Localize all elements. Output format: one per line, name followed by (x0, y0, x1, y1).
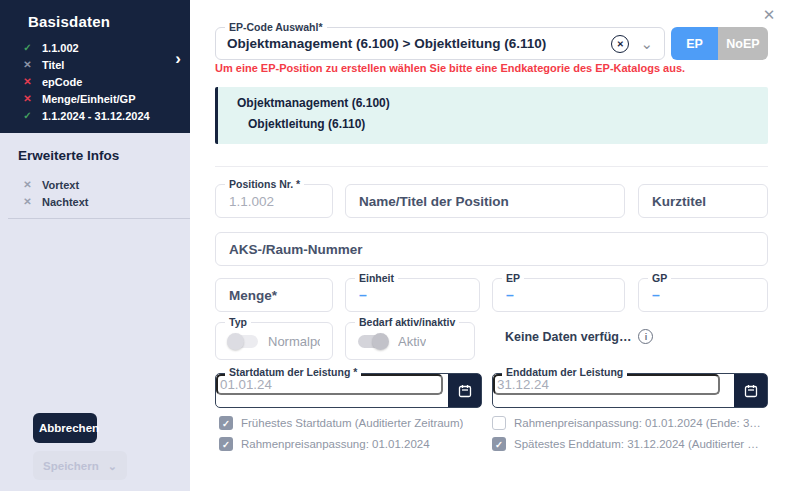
typ-toggle-switch[interactable] (228, 335, 258, 348)
position-nr-field: Positions Nr. * (215, 184, 333, 218)
sidebar-divider (8, 218, 190, 219)
checkbox-rahmenpreisanpassung-ende[interactable]: Rahmenpreisanpassung: 01.01.2024 (Ende: … (492, 416, 768, 430)
sidebar-item-label: 1.1.002 (42, 42, 79, 54)
bedarf-label: Bedarf aktiv/inaktiv (355, 316, 459, 328)
enddatum-field: Enddatum der Leistung (492, 373, 768, 408)
typ-label: Typ (225, 316, 251, 328)
checkbox-label: Frühestes Startdatum (Auditierter Zeitra… (241, 417, 463, 429)
sidebar-item-positionsnr[interactable]: ✓ 1.1.002 (22, 39, 190, 56)
category-child: Objektleitung (6.110) (248, 117, 768, 131)
aks-raum-nummer-field (215, 232, 768, 266)
chevron-down-icon[interactable]: ⌄ (640, 39, 653, 49)
cross-icon: ✕ (22, 59, 33, 70)
cross-icon: ✕ (22, 196, 33, 207)
sidebar-basisdaten-section: Basisdaten › ✓ 1.1.002 ✕ Titel ✕ epCode … (0, 0, 190, 133)
category-parent: Objektmanagement (6.100) (237, 96, 768, 110)
startdatum-field: Startdatum der Leistung * (215, 373, 482, 408)
sidebar-item-epcode[interactable]: ✕ epCode (22, 73, 190, 90)
chevron-down-icon: ⌄ (108, 462, 117, 470)
name-titel-field (345, 184, 625, 218)
checkbox-checked-icon: ✓ (219, 437, 233, 451)
sidebar: Basisdaten › ✓ 1.1.002 ✕ Titel ✕ epCode … (0, 0, 190, 491)
check-icon: ✓ (22, 42, 33, 53)
section-divider (215, 166, 768, 167)
position-nr-label: Positions Nr. * (225, 178, 304, 190)
sidebar-collapse-chevron-icon[interactable]: › (175, 49, 181, 69)
startdatum-label: Startdatum der Leistung * (225, 366, 361, 378)
checkbox-checked-icon: ✓ (219, 416, 233, 430)
position-form: EP-Code Auswahl* Objektmanagement (6.100… (190, 0, 791, 491)
sidebar-item-label: Titel (42, 59, 64, 71)
toggle-knob (372, 333, 389, 350)
sidebar-item-nachtext[interactable]: ✕ Nachtext (22, 193, 190, 210)
checkbox-unchecked-icon (492, 416, 506, 430)
sidebar-item-label: 1.1.2024 - 31.12.2024 (42, 110, 150, 122)
cross-icon: ✕ (22, 93, 33, 104)
calendar-icon (744, 384, 758, 398)
sidebar-item-label: Nachtext (42, 196, 88, 208)
name-titel-input[interactable] (346, 185, 624, 217)
checkbox-checked-icon: ✓ (492, 437, 506, 451)
ep-label: EP (502, 272, 524, 284)
keine-daten-note: Keine Daten verfüg… i (505, 329, 653, 344)
cross-icon: ✕ (22, 179, 33, 190)
sidebar-item-label: epCode (42, 76, 82, 88)
bedarf-toggle-switch[interactable] (358, 335, 388, 348)
erweiterte-infos-title: Erweiterte Infos (0, 133, 190, 163)
keine-daten-text: Keine Daten verfüg… (505, 330, 631, 344)
gp-field: GP (638, 278, 768, 312)
noep-toggle-button[interactable]: NoEP (718, 27, 768, 60)
ep-field: EP (492, 278, 625, 312)
sidebar-item-zeitraum[interactable]: ✓ 1.1.2024 - 31.12.2024 (22, 107, 190, 124)
basisdaten-list: ✓ 1.1.002 ✕ Titel ✕ epCode ✕ Menge/Einhe… (0, 39, 190, 124)
checkbox-label: Rahmenpreisanpassung: 01.01.2024 (Ende: … (514, 417, 761, 429)
calendar-icon (458, 384, 472, 398)
check-icon: ✓ (22, 110, 33, 121)
bedarf-field: Bedarf aktiv/inaktiv Aktiv (345, 322, 475, 360)
sidebar-item-label: Menge/Einheit/GP (42, 93, 136, 105)
sidebar-title: Basisdaten (0, 0, 190, 30)
sidebar-item-vortext[interactable]: ✕ Vortext (22, 176, 190, 193)
gp-label: GP (648, 272, 671, 284)
save-button[interactable]: Speichern ⌄ (33, 451, 127, 480)
ep-toggle-button[interactable]: EP (671, 27, 718, 60)
typ-field: Typ Normalpo… (215, 322, 333, 360)
typ-toggle-value: Normalpo… (268, 334, 320, 349)
ep-noep-toggle-group: EP NoEP (671, 27, 768, 60)
checkbox-rahmenpreisanpassung-start[interactable]: ✓ Rahmenpreisanpassung: 01.01.2024 (219, 437, 485, 451)
kurztitel-input[interactable] (639, 185, 767, 217)
cross-icon: ✕ (22, 76, 33, 87)
enddatum-label: Enddatum der Leistung (502, 366, 627, 378)
info-icon[interactable]: i (638, 329, 653, 344)
erweiterte-list: ✕ Vortext ✕ Nachtext (0, 176, 190, 210)
einheit-field: Einheit (345, 278, 480, 312)
einheit-label: Einheit (355, 272, 398, 284)
kurztitel-field (638, 184, 768, 218)
bedarf-toggle-value: Aktiv (398, 334, 426, 349)
menge-field (215, 278, 333, 312)
create-position-dialog: ✕ Basisdaten › ✓ 1.1.002 ✕ Titel ✕ epCod… (0, 0, 791, 491)
checkbox-label: Rahmenpreisanpassung: 01.01.2024 (241, 438, 430, 450)
clear-selection-icon[interactable]: ✕ (611, 35, 629, 53)
ep-code-select-value: Objektmanagement (6.100) > Objektleitung… (227, 36, 611, 51)
menge-input[interactable] (216, 279, 332, 311)
checkbox-label: Spätestes Enddatum: 31.12.2024 (Auditier… (514, 438, 759, 450)
aks-raum-nummer-input[interactable] (216, 233, 767, 265)
ep-code-select-label: EP-Code Auswahl* (225, 21, 327, 33)
checkbox-fruehestes-startdatum[interactable]: ✓ Frühestes Startdatum (Auditierter Zeit… (219, 416, 485, 430)
sidebar-item-titel[interactable]: ✕ Titel (22, 56, 190, 73)
cancel-button[interactable]: Abbrechen (33, 413, 97, 443)
startdatum-calendar-button[interactable] (448, 374, 481, 407)
enddatum-calendar-button[interactable] (734, 374, 767, 407)
ep-warning-text: Um eine EP-Position zu erstellen wählen … (215, 62, 775, 74)
toggle-knob (227, 333, 244, 350)
sidebar-item-menge-einheit-gp[interactable]: ✕ Menge/Einheit/GP (22, 90, 190, 107)
checkbox-spaetestes-enddatum[interactable]: ✓ Spätestes Enddatum: 31.12.2024 (Auditi… (492, 437, 768, 451)
sidebar-item-label: Vortext (42, 179, 79, 191)
save-button-label: Speichern (43, 460, 99, 472)
ep-code-select[interactable]: EP-Code Auswahl* Objektmanagement (6.100… (215, 27, 665, 60)
close-icon[interactable]: ✕ (760, 6, 778, 24)
sidebar-erweiterte-section: Erweiterte Infos ✕ Vortext ✕ Nachtext (0, 133, 190, 210)
selected-category-box: Objektmanagement (6.100) Objektleitung (… (215, 87, 768, 144)
